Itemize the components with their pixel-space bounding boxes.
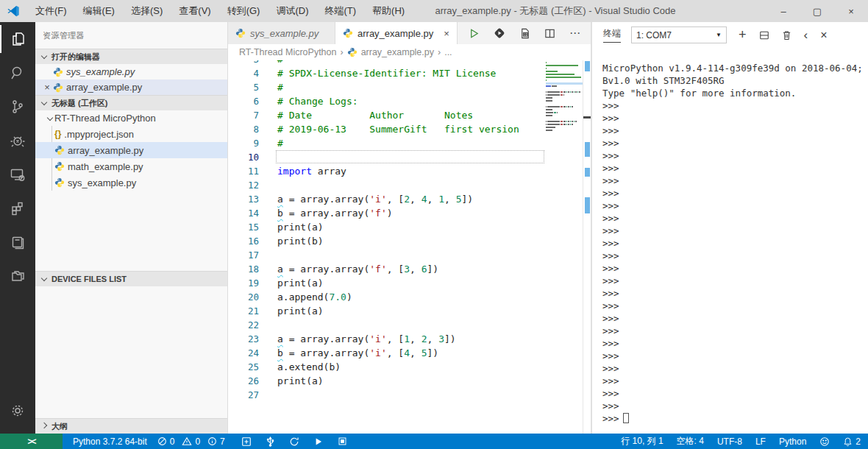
tree-item[interactable]: sys_example.py [35, 174, 227, 191]
line-number: 10 [228, 150, 259, 164]
python-interpreter[interactable]: Python 3.7.2 64-bit [73, 436, 147, 447]
outline-header[interactable]: 大纲 [35, 418, 227, 434]
code-line-8[interactable]: 8# 2019-06-13 SummerGift first version [228, 122, 544, 136]
breadcrumb-file[interactable]: array_example.py [361, 47, 434, 57]
device-files-header[interactable]: DEVICE FILES LIST [35, 271, 227, 286]
code-line-11[interactable]: 11import array [228, 164, 544, 178]
menu-item[interactable]: 选择(S) [124, 2, 169, 20]
explorer-icon[interactable] [0, 22, 35, 56]
code-line-27[interactable]: 27 [228, 388, 544, 402]
debug-icon[interactable] [0, 124, 35, 158]
code-line-7[interactable]: 7# Date Author Notes [228, 108, 544, 122]
code-line-4[interactable]: 4# SPDX-License-Identifier: MIT License [228, 66, 544, 80]
code-line-12[interactable]: 12 [228, 178, 544, 192]
menu-item[interactable]: 调试(D) [269, 2, 315, 20]
code-editor[interactable]: 3#4# SPDX-License-Identifier: MIT Licens… [228, 60, 591, 434]
code-line-9[interactable]: 9# [228, 136, 544, 150]
run-python-icon[interactable] [494, 27, 505, 39]
code-line-6[interactable]: 6# Change Logs: [228, 94, 544, 108]
play-icon[interactable] [314, 437, 323, 446]
settings-gear-icon[interactable] [0, 394, 35, 428]
minimize-button[interactable]: – [766, 0, 800, 22]
close-icon[interactable]: × [444, 28, 449, 39]
code-line-5[interactable]: 5# [228, 80, 544, 94]
terminal-output[interactable]: MicroPython v1.9.4-114-g309fe39d on 2018… [592, 57, 868, 434]
code-line-23[interactable]: 23a = array.array('i', [1, 2, 3]) [228, 332, 544, 346]
feedback-smiley-icon[interactable] [819, 436, 830, 447]
overview-ruler[interactable] [583, 60, 591, 434]
extensions-icon[interactable] [0, 191, 35, 225]
close-window-button[interactable]: × [834, 0, 868, 22]
menu-item[interactable]: 转到(G) [221, 2, 267, 20]
split-terminal-icon[interactable] [759, 30, 769, 40]
source-control-icon[interactable] [0, 90, 35, 124]
code-line-10[interactable]: 10 [228, 150, 544, 164]
code-line-13[interactable]: 13a = array.array('i', [2, 4, 1, 5]) [228, 192, 544, 206]
terminal-tab[interactable]: 终端 [603, 27, 621, 43]
open-preview-icon[interactable] [519, 28, 530, 39]
minimap-seg [546, 65, 578, 66]
menu-item[interactable]: 编辑(E) [77, 2, 121, 20]
workspace-header[interactable]: 无标题 (工作区) [35, 95, 227, 110]
code-line-22[interactable]: 22 [228, 318, 544, 332]
code-line-18[interactable]: 18a = array.array('f', [3, 6]) [228, 262, 544, 276]
notifications-bell[interactable]: 2 [843, 436, 861, 447]
code-line-14[interactable]: 14b = array.array('f') [228, 206, 544, 220]
run-file-icon[interactable] [469, 28, 480, 39]
code-line-25[interactable]: 25a.extend(b) [228, 360, 544, 374]
tree-item[interactable]: math_example.py [35, 158, 227, 174]
folders-icon[interactable] [0, 259, 35, 293]
breadcrumb-symbol[interactable]: ... [444, 47, 452, 57]
open-editor-item[interactable]: sys_example.py [35, 64, 227, 79]
code-line-3[interactable]: 3# [228, 60, 544, 66]
kill-terminal-trash-icon[interactable] [782, 30, 791, 40]
menu-item[interactable]: 文件(F) [29, 2, 74, 20]
terminal-prompt: >>> [602, 275, 868, 287]
code-line-15[interactable]: 15print(a) [228, 220, 544, 234]
indentation[interactable]: 空格: 4 [677, 435, 704, 448]
status-bar: >< Python 3.7.2 64-bit 0 0 7 [0, 434, 868, 449]
tree-item[interactable]: {}.mpyproject.json [35, 126, 227, 142]
maximize-button[interactable]: ▢ [800, 0, 834, 22]
cursor-position[interactable]: 行 10, 列 1 [621, 435, 663, 448]
eol-sequence[interactable]: LF [755, 436, 766, 447]
more-actions-icon[interactable]: ⋯ [569, 26, 580, 40]
code-line-26[interactable]: 26print(a) [228, 374, 544, 388]
breadcrumb-folder[interactable]: RT-Thread MicroPython [239, 47, 336, 57]
language-mode[interactable]: Python [779, 436, 806, 447]
remote-indicator[interactable]: >< [0, 434, 63, 449]
notebook-icon[interactable] [0, 225, 35, 259]
menu-item[interactable]: 查看(V) [172, 2, 217, 20]
code-line-20[interactable]: 20a.append(7.0) [228, 290, 544, 304]
code-line-19[interactable]: 19print(a) [228, 276, 544, 290]
close-panel-icon[interactable]: × [820, 29, 827, 42]
close-icon[interactable]: × [41, 82, 53, 93]
code-line-16[interactable]: 16print(b) [228, 234, 544, 248]
terminal-port-select[interactable]: 1: COM7 ▼ [631, 26, 727, 43]
sync-icon[interactable] [289, 436, 299, 447]
code-line-21[interactable]: 21print(a) [228, 304, 544, 318]
code-token: , [ [387, 333, 404, 344]
code-token: 5 [421, 347, 427, 358]
remote-device-icon[interactable] [0, 158, 35, 191]
encoding[interactable]: UTF-8 [717, 436, 742, 447]
problems-indicator[interactable]: 0 0 7 [157, 436, 225, 447]
editor-tab-sys_example.py[interactable]: sys_example.py [228, 22, 335, 44]
ruler-slider[interactable] [583, 116, 591, 119]
maximize-panel-icon[interactable]: ‹ [804, 28, 808, 43]
open-editor-item[interactable]: ×array_example.py [35, 79, 227, 95]
tree-item[interactable]: array_example.py [35, 142, 227, 158]
code-line-17[interactable]: 17 [228, 248, 544, 262]
usb-device-icon[interactable] [266, 436, 274, 447]
add-box-icon[interactable] [241, 436, 252, 447]
search-icon[interactable] [0, 56, 35, 90]
folder-row-rt-thread[interactable]: RT-Thread MicroPython [35, 110, 227, 126]
stop-icon[interactable] [338, 436, 347, 446]
minimap[interactable] [546, 62, 583, 135]
split-editor-icon[interactable] [544, 28, 555, 39]
editor-tab-array_example.py[interactable]: array_example.py× [335, 22, 458, 44]
terminal-prompt: >>> [602, 250, 868, 262]
open-editors-header[interactable]: 打开的编辑器 [35, 49, 227, 64]
code-line-24[interactable]: 24b = array.array('i', [4, 5]) [228, 346, 544, 360]
new-terminal-icon[interactable]: + [739, 27, 747, 43]
